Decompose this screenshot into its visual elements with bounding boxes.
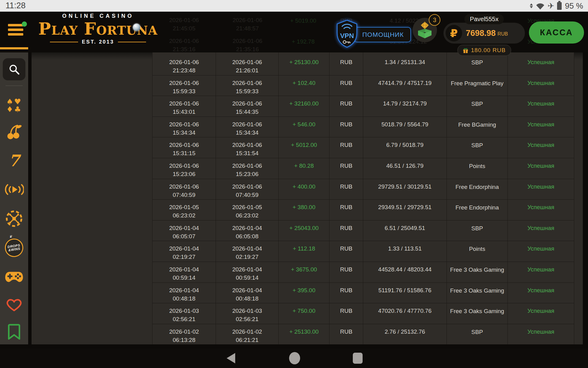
cell-method: SBP [447, 324, 508, 344]
cell-balance: 5018.79 / 5564.79 [363, 117, 447, 138]
cell-date-requested: 2026-01-0302:56:21 [152, 303, 216, 324]
cell-currency: RUB [330, 303, 363, 324]
cell-method: Free Endorphina [447, 200, 508, 220]
search-icon [8, 63, 21, 76]
sidebar-item-table-games[interactable]: ♠♥ ♦♣ [0, 96, 28, 115]
sidebar-item-search[interactable] [3, 58, 25, 80]
back-icon[interactable] [227, 353, 235, 363]
cell-status: Успешная [508, 179, 574, 200]
gamepad-icon [5, 270, 24, 283]
cashier-button[interactable]: КАССА [529, 21, 584, 44]
active-section-indicator [0, 47, 28, 49]
cell-balance: 29349.51 / 29729.51 [363, 200, 447, 220]
cell-date-processed: 2026-01-0302:56:21 [216, 303, 279, 324]
cell-date-requested: 2026-01-0406:05:07 [152, 220, 216, 241]
clock: 11:28 [6, 1, 26, 10]
bonus-gift-icon [463, 48, 469, 53]
network-activity-icon [530, 3, 533, 8]
cell-balance: 6.79 / 5018.79 [363, 137, 447, 158]
cell-amount: + 546.00 [279, 117, 330, 138]
cell-amount: + 112.18 [279, 241, 330, 262]
home-icon[interactable] [289, 352, 300, 364]
cell-date-requested: 2026-01-0615:23:06 [152, 158, 216, 179]
cell-date-requested: 2026-01-0402:19:27 [152, 241, 216, 262]
transaction-row: 2026-01-0402:19:272026-01-0402:19:27+ 11… [152, 241, 575, 262]
cell-method: Free 3 Oaks Gaming [447, 303, 508, 324]
cell-date-processed: 2026-01-0615:34:34 [216, 117, 279, 138]
android-nav-bar [0, 348, 588, 368]
ghost-cell: + 192.78 [263, 37, 343, 46]
transaction-row: 2026-01-0615:34:342026-01-0615:34:34+ 54… [152, 117, 575, 138]
sidebar-item-slots[interactable] [0, 122, 28, 142]
balance-pill[interactable]: ₽ 7698.98 RUB [443, 23, 525, 44]
cell-method: SBP [447, 137, 508, 158]
cell-status: Успешная [508, 117, 574, 138]
cell-balance: 1.34 / 25131.34 [363, 55, 447, 75]
lucky-seven-icon: 7 [9, 153, 20, 169]
bonus-amount: 180.00 RUB [471, 47, 506, 54]
cell-method: Points [447, 241, 508, 262]
cell-date-processed: 2026-01-0400:48:18 [216, 283, 279, 304]
crown-icon: ♛ [9, 235, 12, 238]
sidebar-item-bookmarks[interactable] [0, 322, 28, 342]
ruble-icon: ₽ [446, 25, 462, 41]
airplane-mode-icon: ✈ [548, 1, 554, 11]
cell-date-requested: 2026-01-0607:40:59 [152, 179, 216, 200]
transaction-row: 2026-01-0206:13:282026-01-0206:21:21+ 25… [152, 324, 575, 344]
cell-balance: 47414.79 / 47517.19 [363, 75, 447, 96]
cell-status: Успешная [508, 55, 574, 75]
online-status-dot [22, 21, 27, 27]
user-balance-widget[interactable]: Pavel555x ₽ 7698.98 RUB 180.00 RUB [443, 14, 525, 52]
balance-currency: RUB [498, 31, 508, 37]
cell-date-processed: 2026-01-0615:59:33 [216, 75, 279, 96]
transaction-row: 2026-01-0400:59:142026-01-0400:59:14+ 36… [152, 262, 575, 283]
transaction-row: 2026-01-0621:23:482026-01-0621:26:01+ 25… [152, 55, 575, 75]
sidebar-item-live-games[interactable] [0, 180, 28, 199]
cell-date-requested: 2026-01-0621:23:48 [152, 55, 216, 75]
sidebar-item-lucky-seven[interactable]: 7 [0, 151, 28, 171]
gift-count-badge: 3 [429, 14, 440, 26]
cell-date-processed: 2026-01-0607:40:59 [216, 179, 279, 200]
ghost-cell: 2026-01-0621:35:16 [208, 37, 287, 52]
heart-icon [6, 298, 23, 312]
hamburger-menu-button[interactable] [8, 24, 27, 37]
sidebar-item-all-games[interactable] [0, 267, 28, 286]
cell-date-processed: 2026-01-0615:23:06 [216, 158, 279, 179]
cell-amount: + 395.00 [279, 283, 330, 304]
cherry-icon [6, 124, 22, 140]
cell-status: Успешная [508, 75, 574, 96]
username: Pavel555x [464, 14, 504, 24]
cell-method: Free 3 Oaks Gaming [447, 262, 508, 283]
vpn-shield-icon: VPN [335, 19, 359, 48]
cell-amount: + 3675.00 [279, 262, 330, 283]
cell-method: Free 3 Oaks Gaming [447, 283, 508, 304]
bonus-balance[interactable]: 180.00 RUB [458, 45, 511, 56]
cell-balance: 2.76 / 25132.76 [363, 324, 447, 344]
cell-currency: RUB [330, 241, 363, 262]
cell-balance: 44528.44 / 48203.44 [363, 262, 447, 283]
cell-date-requested: 2026-01-0615:43:01 [152, 96, 216, 117]
cell-date-requested: 2026-01-0615:34:34 [152, 117, 216, 138]
sidebar-item-drops-and-wins[interactable]: ♛ DROPS &WINS [0, 238, 28, 258]
app-header: 2026-01-0621:45:052026-01-0621:48:57+ 50… [0, 12, 588, 52]
cell-date-processed: 2026-01-0615:44:35 [216, 96, 279, 117]
cell-amount: + 25130.00 [279, 55, 330, 75]
transaction-row: 2026-01-0615:23:062026-01-0615:23:06+ 80… [152, 158, 575, 179]
sidebar-item-favorites[interactable] [0, 295, 28, 315]
logo-kicker: ONLINE CASINO [31, 13, 165, 19]
cell-currency: RUB [330, 262, 363, 283]
cell-method: SBP [447, 96, 508, 117]
drops-and-wins-icon: ♛ DROPS &WINS [4, 237, 24, 258]
recents-icon[interactable] [353, 353, 363, 364]
svg-text:VPN: VPN [340, 32, 354, 40]
wifi-icon [536, 2, 545, 10]
cell-status: Успешная [508, 158, 574, 179]
cell-currency: RUB [330, 96, 363, 117]
cell-currency: RUB [330, 283, 363, 304]
sidebar-item-roulette[interactable] [0, 209, 28, 228]
site-logo[interactable]: ONLINE CASINO Play Fortuna EST. 2013 [31, 13, 165, 45]
cell-date-processed: 2026-01-0621:26:01 [216, 55, 279, 75]
cell-currency: RUB [330, 179, 363, 200]
logo-established: EST. 2013 [31, 39, 165, 45]
vpn-helper-button[interactable]: ПОМОЩНИК VPN [335, 19, 399, 50]
